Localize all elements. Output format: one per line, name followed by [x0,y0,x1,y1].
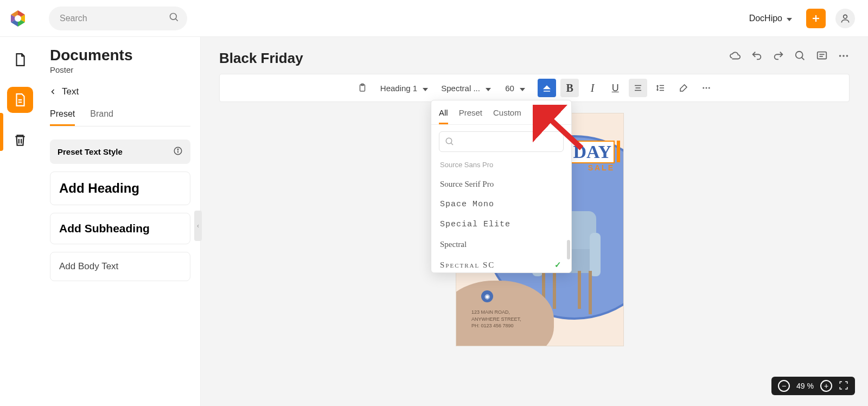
fullscreen-icon[interactable] [839,380,848,392]
svg-point-5 [844,15,847,18]
chevron-down-icon [787,14,792,23]
svg-point-30 [703,87,704,89]
font-item[interactable]: Spectral [431,234,571,255]
svg-point-12 [177,149,178,150]
zoom-value: 49 % [796,382,814,390]
font-item-name: Spectral SC [440,261,495,270]
svg-point-19 [843,55,845,57]
add-subheading-card[interactable]: Add Subheading [50,213,190,244]
profile-button[interactable] [835,9,855,28]
add-heading-card[interactable]: Add Heading [50,172,190,205]
svg-point-32 [709,87,710,89]
svg-rect-39 [578,271,581,309]
addr-l1: 123 MAIN ROAD, [471,309,521,316]
font-size-value: 60 [505,84,514,93]
rail-trash[interactable] [7,127,33,153]
font-item[interactable]: Spectral SC✓ [431,255,571,272]
check-icon: ✓ [554,260,563,270]
font-family-select[interactable]: Spectral ... [437,81,496,95]
left-rail [0,37,40,406]
align-button[interactable] [629,79,647,97]
canvas-area: ‹ Black Friday Heading 1 Spectral ... 60… [201,37,868,406]
side-back-button[interactable]: Text [50,86,190,97]
svg-rect-15 [818,52,827,59]
search-input[interactable] [49,7,187,30]
chevron-down-icon [520,84,525,93]
preset-text-style-header[interactable]: Preset Text Style [50,139,190,164]
selection-edge[interactable] [617,141,620,162]
font-item[interactable]: Source Sans Pro [431,158,571,174]
side-back-label: Text [62,86,79,97]
font-item[interactable]: Space Mono [431,194,571,214]
rail-documents[interactable] [7,47,33,73]
side-title: Documents [50,47,190,64]
zoom-in-button[interactable]: + [820,380,832,392]
text-bg-color-button[interactable] [538,79,556,97]
bold-button[interactable]: B [560,79,579,97]
poster-subline[interactable]: SALE [588,163,615,172]
svg-rect-38 [553,271,556,309]
svg-rect-36 [590,233,601,276]
more-icon[interactable] [838,50,850,62]
font-item-name: Source Sans Pro [440,161,493,169]
side-panel: Documents Poster Text Preset Brand Prese… [40,37,201,406]
new-document-button[interactable] [806,9,826,28]
italic-button[interactable]: I [583,79,602,97]
font-family-label: Spectral ... [441,84,480,93]
font-item-name: Source Serif Pro [440,180,494,189]
svg-line-2 [176,18,178,21]
font-item-name: Space Mono [440,200,494,209]
more-text-options-icon[interactable] [697,79,716,97]
add-body-card[interactable]: Add Body Text [50,252,190,281]
underline-button[interactable]: U [606,79,624,97]
font-tab-preset[interactable]: Preset [459,105,482,124]
undo-icon[interactable] [751,50,763,62]
chevron-down-icon [486,84,491,93]
text-properties-toolbar: Heading 1 Spectral ... 60 B I U [219,74,850,102]
svg-point-41 [446,138,452,144]
comments-icon[interactable] [816,50,828,62]
clipboard-icon[interactable] [353,79,372,97]
workspace-name: DocHipo [749,14,782,23]
addr-l2: ANYWHERE STREET, [471,316,521,323]
font-size-select[interactable]: 60 [501,81,533,95]
addr-l3: PH: 0123 456 7890 [471,322,521,329]
search-icon [169,12,180,25]
rail-editor[interactable] [7,87,33,113]
heading-level-select[interactable]: Heading 1 [376,81,432,95]
zoom-bar: − 49 % + [771,377,855,395]
svg-rect-40 [589,271,592,314]
cloud-sync-icon[interactable] [729,50,741,62]
preset-header-label: Preset Text Style [58,147,123,156]
svg-point-31 [706,87,707,89]
font-item[interactable]: Source Serif Pro [431,174,571,194]
heading-level-label: Heading 1 [380,84,417,93]
line-height-button[interactable] [652,79,670,97]
location-pin-icon[interactable]: ◉ [481,290,493,302]
logo[interactable] [4,5,31,32]
font-item-name: Special Elite [440,220,510,229]
svg-point-20 [846,55,848,57]
font-tab-custom[interactable]: Custom [493,105,521,124]
tab-brand[interactable]: Brand [90,109,113,126]
font-item[interactable]: Special Elite [431,214,571,234]
workspace-dropdown[interactable]: DocHipo [749,14,792,23]
panel-collapse-handle[interactable]: ‹ [194,211,202,241]
info-icon[interactable] [173,146,183,157]
svg-line-42 [451,143,453,145]
svg-line-14 [802,58,805,60]
poster-address[interactable]: 123 MAIN ROAD, ANYWHERE STREET, PH: 0123… [471,309,521,329]
find-icon[interactable] [794,50,806,62]
chevron-down-icon [423,84,428,93]
svg-line-43 [540,110,582,148]
svg-point-13 [796,52,803,59]
font-tab-all[interactable]: All [439,105,448,124]
zoom-out-button[interactable]: − [778,380,790,392]
tab-preset[interactable]: Preset [50,109,75,126]
scrollbar-thumb[interactable] [567,240,570,259]
font-list[interactable]: Source Sans ProSource Serif ProSpace Mon… [431,158,571,272]
redo-icon[interactable] [773,50,784,62]
annotation-arrow-icon [533,105,587,156]
text-color-button[interactable] [674,79,693,97]
side-subtype: Poster [50,65,190,74]
